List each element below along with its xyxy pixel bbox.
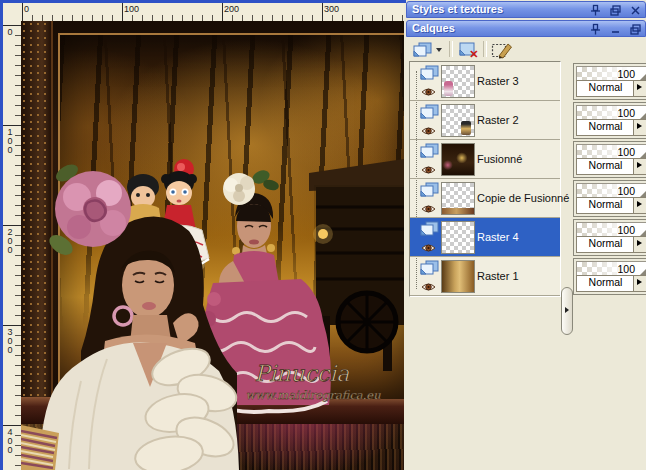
new-layer-icon: [413, 42, 432, 58]
layer-list: Raster 3 Raster 2 Fusionné Copie de Fusi…: [409, 61, 561, 297]
layer-properties: 100 Normal: [573, 141, 646, 178]
right-arrow-icon: [637, 162, 642, 168]
red-x-icon: ✕: [469, 49, 478, 60]
layer-row-selected[interactable]: Raster 4: [410, 218, 560, 257]
opacity-value: 100: [617, 263, 635, 275]
ruler-label: 200: [5, 227, 14, 254]
blend-mode-dropdown[interactable]: Normal: [576, 80, 646, 97]
splitter-handle[interactable]: [561, 287, 573, 335]
right-arrow-icon: [637, 84, 642, 90]
signature-text: Pinuccia: [255, 361, 351, 386]
dropdown-button[interactable]: [633, 120, 646, 135]
layer-thumbnail[interactable]: [441, 182, 475, 215]
layer-name: Fusionné: [477, 153, 522, 165]
panel-title: Calques: [412, 22, 455, 34]
visibility-eye-icon[interactable]: [421, 239, 436, 249]
visibility-eye-icon[interactable]: [421, 278, 436, 288]
restore-icon[interactable]: [609, 3, 622, 16]
toolbar-separator: [449, 41, 453, 57]
ruler-label: 300: [324, 4, 339, 14]
layer-name: Raster 2: [477, 114, 519, 126]
blend-mode-value: Normal: [577, 237, 634, 250]
visibility-eye-icon[interactable]: [421, 200, 436, 210]
pin-icon[interactable]: [589, 22, 602, 35]
layer-properties: 100 Normal: [573, 258, 646, 295]
delete-layer-button[interactable]: ✕: [454, 39, 480, 60]
restore-icon[interactable]: [629, 22, 642, 35]
blend-mode-dropdown[interactable]: Normal: [576, 119, 646, 136]
layer-thumbnail[interactable]: [441, 143, 475, 176]
layer-thumbnail[interactable]: [441, 221, 475, 254]
layers-toolbar: ✕: [406, 38, 646, 61]
toolbar-separator: [483, 41, 487, 57]
blend-mode-value: Normal: [577, 276, 634, 289]
right-arrow-icon: [637, 240, 642, 246]
layer-row[interactable]: Raster 2: [410, 101, 560, 140]
dropdown-button[interactable]: [633, 198, 646, 213]
ruler-label: 200: [224, 4, 239, 14]
layer-properties: 100 Normal: [573, 102, 646, 139]
minimize-icon[interactable]: [609, 22, 622, 35]
right-arrow-icon: [637, 279, 642, 285]
vertical-ruler: 0 100 200 300 400: [3, 21, 22, 470]
edit-selection-button[interactable]: [488, 39, 516, 60]
opacity-value: 100: [617, 146, 635, 158]
horizontal-ruler: 0 100 200 300 400: [21, 3, 404, 22]
dropdown-arrow-icon: [436, 48, 442, 52]
figures-art: Pinuccia www.maidiregrafica.eu: [21, 21, 404, 470]
app-window: 0 100 200 300 400 300 0 100 200 300 400: [0, 0, 646, 470]
raster-layer-icon: [420, 65, 439, 80]
layer-properties: 100 Normal: [573, 63, 646, 100]
calques-titlebar[interactable]: Calques: [406, 20, 646, 37]
dropdown-button[interactable]: [633, 81, 646, 96]
dropdown-button[interactable]: [633, 237, 646, 252]
ruler-label: 300: [5, 327, 14, 354]
collapse-arrow-icon: [565, 307, 569, 313]
right-arrow-icon: [637, 123, 642, 129]
palette-dock: Styles et textures Calques: [406, 0, 646, 470]
opacity-value: 100: [617, 224, 635, 236]
layer-thumbnail[interactable]: [441, 65, 475, 98]
website-text: www.maidiregrafica.eu: [245, 388, 381, 402]
blend-mode-value: Normal: [577, 120, 634, 133]
layer-name: Raster 1: [477, 270, 519, 282]
blend-mode-value: Normal: [577, 198, 634, 211]
opacity-value: 100: [617, 107, 635, 119]
ruler-label: 400: [5, 427, 14, 454]
visibility-eye-icon[interactable]: [421, 83, 436, 93]
blend-mode-dropdown[interactable]: Normal: [576, 158, 646, 175]
image-canvas[interactable]: Pinuccia www.maidiregrafica.eu: [21, 21, 404, 470]
layer-properties: 100 Normal: [573, 180, 646, 217]
ruler-corner: [3, 3, 22, 22]
layer-thumbnail[interactable]: [441, 260, 475, 293]
layer-row[interactable]: Copie de Fusionné: [410, 179, 560, 218]
layer-row[interactable]: Fusionné: [410, 140, 560, 179]
layer-row[interactable]: Raster 1: [410, 257, 560, 296]
layer-properties-column: 100 Normal 100 Normal: [573, 61, 646, 301]
layer-thumbnail[interactable]: [441, 104, 475, 137]
blend-mode-dropdown[interactable]: Normal: [576, 275, 646, 292]
blend-mode-dropdown[interactable]: Normal: [576, 197, 646, 214]
pane-splitter[interactable]: [561, 61, 573, 297]
visibility-eye-icon[interactable]: [421, 161, 436, 171]
close-icon[interactable]: [629, 3, 642, 16]
visibility-eye-icon[interactable]: [421, 122, 436, 132]
right-arrow-icon: [637, 201, 642, 207]
layer-row[interactable]: Raster 3: [410, 62, 560, 101]
dropdown-button[interactable]: [633, 276, 646, 291]
raster-layer-icon: [420, 221, 439, 236]
new-layer-button[interactable]: [409, 39, 445, 60]
ruler-label: 0: [5, 27, 14, 36]
ruler-label: 100: [124, 4, 139, 14]
ruler-label: 0: [24, 4, 29, 14]
styles-textures-titlebar[interactable]: Styles et textures: [406, 1, 646, 18]
ruler-label: 100: [5, 127, 14, 154]
pin-icon[interactable]: [589, 3, 602, 16]
layer-name: Raster 3: [477, 75, 519, 87]
dropdown-button[interactable]: [633, 159, 646, 174]
blend-mode-value: Normal: [577, 159, 634, 172]
raster-layer-icon: [420, 260, 439, 275]
layer-name: Raster 4: [477, 231, 519, 243]
blend-mode-dropdown[interactable]: Normal: [576, 236, 646, 253]
panel-title: Styles et textures: [412, 3, 503, 15]
